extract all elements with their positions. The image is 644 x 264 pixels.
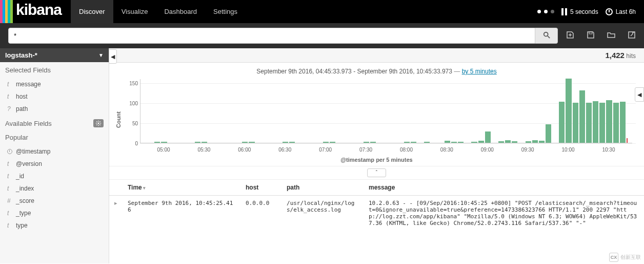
tab-visualize[interactable]: Visualize xyxy=(113,0,156,23)
bar[interactable] xyxy=(330,142,335,143)
bar[interactable] xyxy=(586,103,592,143)
hits-bar: 1,422 hits xyxy=(109,48,644,63)
bar[interactable] xyxy=(323,142,329,143)
field-@version[interactable]: @version xyxy=(0,158,109,170)
field-_score[interactable]: _score xyxy=(0,195,109,207)
bar[interactable] xyxy=(364,142,369,143)
bar[interactable] xyxy=(195,142,200,143)
expand-row-button[interactable]: ▸ xyxy=(109,196,123,231)
cell-time: September 9th 2016, 10:45:25.416 xyxy=(123,196,240,231)
svg-point-4 xyxy=(98,123,99,124)
svg-line-1 xyxy=(547,36,549,38)
field-type[interactable]: type xyxy=(0,219,109,232)
bar[interactable] xyxy=(593,101,598,143)
bar[interactable] xyxy=(471,142,477,143)
collapse-chart-button[interactable]: ˆ xyxy=(367,168,386,177)
bar[interactable] xyxy=(573,103,578,143)
bar[interactable] xyxy=(498,141,504,143)
field-path[interactable]: path xyxy=(0,103,109,115)
column-path[interactable]: path xyxy=(281,180,364,196)
documents-table: Time ▾hostpathmessage ▸September 9th 201… xyxy=(109,180,644,231)
column-message[interactable]: message xyxy=(364,180,644,196)
available-fields-header: Available Fields xyxy=(0,115,109,131)
interval-link[interactable]: by 5 minutes xyxy=(462,68,497,75)
time-range-label: Last 6h xyxy=(616,8,636,15)
y-tick: 100 xyxy=(125,100,138,106)
bar[interactable] xyxy=(485,131,491,143)
bar[interactable] xyxy=(283,142,288,143)
bar[interactable] xyxy=(411,142,416,143)
bar[interactable] xyxy=(512,141,517,143)
save-icon[interactable] xyxy=(587,31,595,41)
bar[interactable] xyxy=(154,142,160,143)
search-input[interactable] xyxy=(8,28,535,44)
bar[interactable] xyxy=(242,142,248,143)
open-icon[interactable] xyxy=(607,31,615,41)
histogram-chart[interactable]: Count 05010015005:0005:3006:0006:3007:00… xyxy=(109,77,644,156)
bar[interactable] xyxy=(613,103,619,143)
time-picker[interactable]: Last 6h xyxy=(606,8,636,15)
new-search-icon[interactable] xyxy=(566,31,574,41)
bar[interactable] xyxy=(579,90,585,143)
refresh-interval[interactable]: 5 seconds xyxy=(561,8,598,15)
svg-point-0 xyxy=(544,32,548,36)
bar[interactable] xyxy=(404,142,410,143)
bar[interactable] xyxy=(620,102,626,143)
x-tick: 05:00 xyxy=(157,147,170,153)
time-range-header: September 9th 2016, 04:45:33.973 - Septe… xyxy=(109,63,644,77)
search-icon xyxy=(543,31,550,39)
bar[interactable] xyxy=(599,103,605,143)
x-axis-label: @timestamp per 5 minutes xyxy=(109,156,644,166)
field-_index[interactable]: _index xyxy=(0,182,109,195)
tab-discover[interactable]: Discover xyxy=(71,0,113,23)
status-dots-icon[interactable] xyxy=(537,10,554,13)
column-time[interactable]: Time ▾ xyxy=(123,180,240,196)
bar[interactable] xyxy=(458,142,464,143)
tab-settings[interactable]: Settings xyxy=(205,0,246,23)
column-host[interactable]: host xyxy=(240,180,281,196)
field-settings-button[interactable] xyxy=(93,119,104,127)
search-button[interactable] xyxy=(535,28,558,44)
bar[interactable] xyxy=(424,142,430,143)
hits-label: hits xyxy=(626,52,636,60)
collapse-right-button[interactable]: ◀ xyxy=(635,87,644,102)
share-icon[interactable] xyxy=(628,31,636,41)
watermark: CX 创新互联 xyxy=(609,253,641,262)
bar[interactable] xyxy=(161,142,167,143)
bar[interactable] xyxy=(289,142,295,143)
field-host[interactable]: host xyxy=(0,90,109,103)
bar[interactable] xyxy=(532,140,538,143)
bar[interactable] xyxy=(478,141,484,143)
bar[interactable] xyxy=(202,142,207,143)
field-@timestamp[interactable]: @timestamp xyxy=(0,145,109,158)
top-navbar: kibana Discover Visualize Dashboard Sett… xyxy=(0,0,644,23)
bar[interactable] xyxy=(445,141,450,143)
x-tick: 09:00 xyxy=(481,147,494,153)
index-pattern-select[interactable]: logstash-* ▼ xyxy=(0,48,109,62)
field-type-icon xyxy=(7,160,12,167)
y-tick: 150 xyxy=(125,80,138,86)
collapse-sidebar-button[interactable]: ◀ xyxy=(109,49,117,64)
field-_id[interactable]: _id xyxy=(0,170,109,182)
bar[interactable] xyxy=(566,79,571,143)
bar[interactable] xyxy=(627,138,628,143)
selected-fields-header: Selected Fields xyxy=(0,62,109,78)
bar[interactable] xyxy=(546,124,551,143)
bar[interactable] xyxy=(526,141,531,143)
bar[interactable] xyxy=(539,141,545,143)
field-_type[interactable]: _type xyxy=(0,207,109,219)
x-tick: 10:30 xyxy=(602,147,615,153)
clock-icon xyxy=(7,149,12,154)
bar[interactable] xyxy=(249,142,254,143)
field-message[interactable]: message xyxy=(0,78,109,90)
index-pattern-label: logstash-* xyxy=(5,51,37,59)
y-tick: 0 xyxy=(125,141,138,146)
bar[interactable] xyxy=(505,140,511,143)
x-tick: 09:30 xyxy=(521,147,534,153)
bar[interactable] xyxy=(451,142,457,143)
bar[interactable] xyxy=(606,100,612,143)
x-tick: 10:00 xyxy=(562,147,575,153)
bar[interactable] xyxy=(559,102,565,143)
tab-dashboard[interactable]: Dashboard xyxy=(156,0,205,23)
bar[interactable] xyxy=(370,142,376,143)
